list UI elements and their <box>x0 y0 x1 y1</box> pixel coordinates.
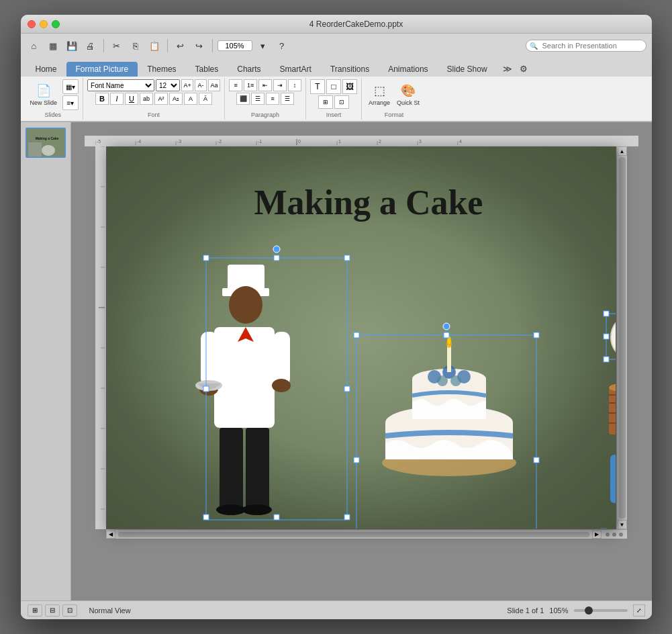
svg-rect-101 <box>609 422 616 424</box>
slide-sorter-btn[interactable]: ⊟ <box>45 604 60 617</box>
print-icon[interactable]: 🖨 <box>83 38 99 54</box>
canvas-area[interactable]: -5 -4 -3 -2 -1 0 1 2 <box>71 122 652 600</box>
normal-view-btn[interactable]: ⊞ <box>28 604 42 617</box>
help-icon[interactable]: ? <box>274 38 290 54</box>
paste-icon[interactable]: 📋 <box>146 38 162 54</box>
zoom-slider[interactable] <box>574 609 628 612</box>
close-button[interactable] <box>28 20 36 28</box>
font-size-select[interactable]: 12 <box>156 79 180 91</box>
search-input[interactable] <box>526 40 646 52</box>
svg-rect-110 <box>601 529 606 529</box>
arrange-button[interactable]: ⬚ Arrange <box>366 79 393 110</box>
shape-btn[interactable]: □ <box>326 79 341 94</box>
statusbar-right: Slide 1 of 1 105% ⤢ <box>507 604 644 617</box>
minimize-button[interactable] <box>40 20 48 28</box>
slide-show-btn[interactable]: ⊡ <box>62 604 77 617</box>
fit-slide-btn[interactable]: ⤢ <box>633 604 645 617</box>
quick-styles-label: Quick St <box>397 99 420 106</box>
svg-rect-47 <box>273 332 290 386</box>
svg-text:4: 4 <box>459 139 462 144</box>
statusbar: ⊞ ⊟ ⊡ Normal View Slide 1 of 1 105% ⤢ <box>21 600 652 619</box>
svg-rect-25 <box>95 146 106 529</box>
font-size-decrease[interactable]: A- <box>195 79 207 91</box>
svg-rect-44 <box>214 327 275 428</box>
subscript-btn[interactable]: A₂ <box>169 93 183 105</box>
text-box-btn[interactable]: T <box>310 79 325 94</box>
decrease-indent-btn[interactable]: ⇤ <box>258 79 272 91</box>
superscript-btn[interactable]: A² <box>154 93 168 105</box>
insert-misc2[interactable]: ⊡ <box>334 95 349 109</box>
tab-format-picture[interactable]: Format Picture <box>66 62 138 77</box>
picture-btn[interactable]: 🖼 <box>342 79 357 94</box>
search-wrapper <box>526 40 646 52</box>
numbered-list-btn[interactable]: 1≡ <box>244 79 257 91</box>
more-tabs-icon[interactable]: ≫ <box>499 60 516 77</box>
align-right-btn[interactable]: ≡ <box>266 93 279 105</box>
redo-icon[interactable]: ↪ <box>191 38 207 54</box>
tab-slideshow[interactable]: Slide Show <box>438 62 497 77</box>
slide-thumbnail-1[interactable]: Making a Cake <box>26 128 66 158</box>
svg-rect-61 <box>203 514 209 520</box>
save-icon[interactable]: 💾 <box>64 38 80 54</box>
increase-indent-btn[interactable]: ⇥ <box>273 79 287 91</box>
hscroll-thumb[interactable] <box>118 532 589 537</box>
underline-btn[interactable]: U <box>125 93 138 105</box>
font-family-select[interactable]: Font Name <box>87 79 154 91</box>
ribbon-content: 📄 New Slide ▦▾ ≡▾ Slides Font Name <box>21 77 652 122</box>
titlebar: 4 ReorderCakeDemo.pptx <box>21 15 652 34</box>
tab-smartart[interactable]: SmartArt <box>271 62 321 77</box>
scroll-down-btn[interactable]: ▼ <box>618 520 627 529</box>
quick-styles-button[interactable]: 🎨 Quick St <box>394 79 422 110</box>
scroll-thumb[interactable] <box>619 157 626 518</box>
svg-rect-105 <box>610 455 616 503</box>
svg-text:-2: -2 <box>218 139 222 144</box>
maximize-button[interactable] <box>52 20 60 28</box>
slide-layout-button[interactable]: ▦▾ <box>62 79 79 94</box>
font-color-btn[interactable]: A <box>184 93 197 105</box>
font-size-increase[interactable]: A+ <box>181 79 193 91</box>
tab-animations[interactable]: Animations <box>379 62 437 77</box>
tab-tables[interactable]: Tables <box>186 62 228 77</box>
horizontal-scrollbar[interactable]: ◀ ▶ <box>106 529 627 539</box>
page-dot <box>606 533 610 537</box>
clear-format-btn[interactable]: Aa <box>208 79 220 91</box>
svg-point-54 <box>242 504 272 515</box>
slide-outline-button[interactable]: ≡▾ <box>62 95 79 110</box>
undo-icon[interactable]: ↩ <box>173 38 189 54</box>
zoom-dropdown[interactable]: ▾ <box>255 38 271 54</box>
line-spacing-btn[interactable]: ↕ <box>288 79 301 91</box>
svg-text:2: 2 <box>379 139 381 144</box>
home-icon[interactable]: ⌂ <box>26 38 42 54</box>
justify-btn[interactable]: ☰ <box>281 93 294 105</box>
grid-icon[interactable]: ▦ <box>45 38 61 54</box>
scroll-right-btn[interactable]: ▶ <box>592 531 602 539</box>
align-left-btn[interactable]: ⬛ <box>236 93 250 105</box>
tab-themes[interactable]: Themes <box>138 62 185 77</box>
svg-rect-76 <box>354 332 359 338</box>
tab-charts[interactable]: Charts <box>228 62 270 77</box>
traffic-lights <box>28 20 60 28</box>
align-center-btn[interactable]: ☰ <box>251 93 265 105</box>
insert-misc1[interactable]: ⊞ <box>318 95 333 109</box>
bold-btn[interactable]: B <box>95 93 109 105</box>
slide-canvas[interactable]: Making a Cake <box>106 146 616 529</box>
cut-icon[interactable]: ✂ <box>109 38 125 54</box>
ribbon-group-font: Font Name 12 A+ A- Aa B I U ab A² A₂ A <box>83 78 225 120</box>
new-slide-button[interactable]: 📄 New Slide <box>28 79 60 110</box>
svg-rect-89 <box>604 334 609 339</box>
strikethrough-btn[interactable]: ab <box>140 93 153 105</box>
italic-btn[interactable]: I <box>110 93 124 105</box>
bullet-list-btn[interactable]: ≡ <box>229 79 242 91</box>
tab-transitions[interactable]: Transitions <box>321 62 379 77</box>
scroll-up-btn[interactable]: ▲ <box>618 146 627 156</box>
svg-rect-86 <box>604 311 609 316</box>
tab-home[interactable]: Home <box>26 62 66 77</box>
insert-group-label: Insert <box>326 110 342 118</box>
svg-point-64 <box>273 246 280 253</box>
ruler-corner <box>85 136 95 146</box>
vertical-scrollbar[interactable]: ▲ ▼ <box>616 146 627 529</box>
copy-icon[interactable]: ⎘ <box>128 38 144 54</box>
scroll-left-btn[interactable]: ◀ <box>106 531 115 539</box>
customize-icon[interactable]: ⚙ <box>516 60 532 77</box>
text-highlight-btn[interactable]: Ā <box>199 93 212 105</box>
